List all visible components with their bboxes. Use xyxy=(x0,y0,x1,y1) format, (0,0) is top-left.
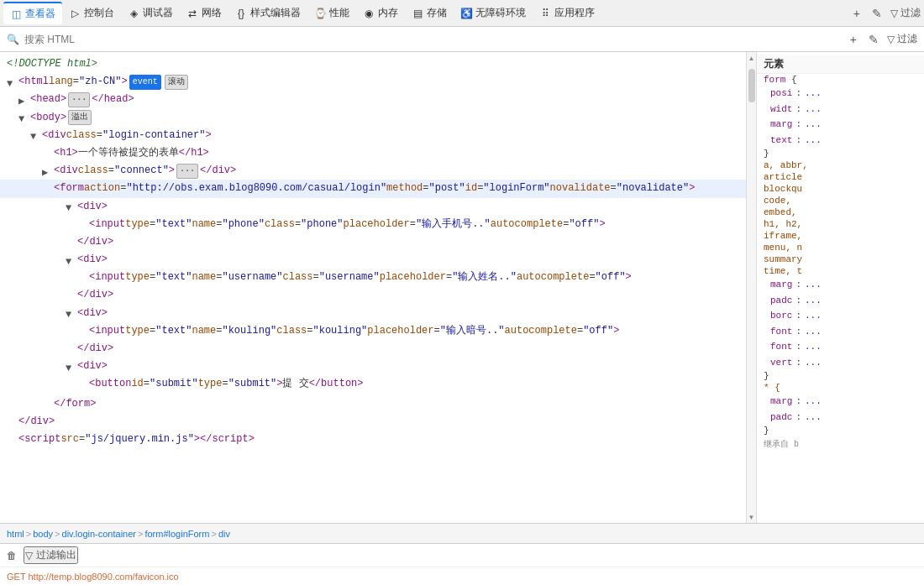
filter-html-button[interactable]: ▽ 过滤 xyxy=(887,32,917,46)
div3-expand-arrow[interactable]: ▼ xyxy=(66,307,77,319)
html-tag-open: <html xyxy=(18,74,49,90)
toolbar-console[interactable]: ▷ 控制台 xyxy=(62,3,121,24)
network-label: 网络 xyxy=(202,6,222,20)
css-selector-reset: a, abbr, xyxy=(757,159,924,171)
css-selector-menu: menu, n xyxy=(757,242,924,253)
html-panel-scrollbar[interactable]: ▲ ▼ xyxy=(746,52,756,523)
css-selector-blockqu: blockqu xyxy=(757,183,924,195)
html-line-div-login-close[interactable]: </div> xyxy=(0,413,746,431)
css-prop-borc: borc: ... xyxy=(757,308,924,324)
html-line-div-connect[interactable]: ▶ <div class="connect" > ··· </div> xyxy=(0,162,746,180)
overflow-badge[interactable]: 溢出 xyxy=(68,110,92,125)
toolbar-debugger[interactable]: ◈ 调试器 xyxy=(121,3,180,24)
delete-icon: 🗑 xyxy=(7,550,17,561)
console-icon: ▷ xyxy=(69,8,81,19)
add-node-button[interactable]: + xyxy=(847,31,860,48)
style-editor-icon: {} xyxy=(235,8,247,19)
html-line-h1[interactable]: <h1> 一个等待被提交的表单 </h1> xyxy=(0,144,746,162)
div4-expand-arrow[interactable]: ▼ xyxy=(66,361,77,373)
toolbar-network[interactable]: ⇄ 网络 xyxy=(180,3,228,24)
html-line-div1-close[interactable]: </div> xyxy=(0,233,746,251)
head-expand-arrow[interactable]: ▶ xyxy=(18,94,30,106)
pick-button[interactable]: ✎ xyxy=(865,31,882,48)
scroll-down-button[interactable]: ▼ xyxy=(748,511,756,523)
html-line-div2[interactable]: ▼ <div> xyxy=(0,251,746,269)
debugger-icon: ◈ xyxy=(128,8,139,19)
delete-button[interactable]: 🗑 xyxy=(7,550,17,561)
search-input[interactable] xyxy=(24,34,847,45)
html-line-form[interactable]: <form action="http://obs.exam.blog8090.c… xyxy=(0,180,746,197)
html-line-form-close[interactable]: </form> xyxy=(0,395,746,413)
head-close-tag: </head> xyxy=(92,91,134,107)
div2-expand-arrow[interactable]: ▼ xyxy=(66,254,77,266)
html-line-input-phone[interactable]: <input type="text" name="phone" class="p… xyxy=(0,216,746,233)
breadcrumb-form[interactable]: form#loginForm xyxy=(144,529,209,539)
filter-button[interactable]: ▽ 过滤 xyxy=(890,6,921,20)
search-bar-actions: + ✎ ▽ 过滤 xyxy=(847,31,917,48)
filter-icon: ▽ xyxy=(890,8,898,19)
css-prop-text1: text: ... xyxy=(757,133,924,149)
css-form-brace-open: form { xyxy=(757,74,924,86)
html-line-input-username[interactable]: <input type="text" name="username" class… xyxy=(0,269,746,286)
doctype-text: <!DOCTYPE html> xyxy=(7,56,97,72)
filter-output-button[interactable]: ▽ 过滤输出 xyxy=(24,546,78,564)
html-line-div1[interactable]: ▼ <div> xyxy=(0,198,746,216)
toolbar-app[interactable]: ⠿ 应用程序 xyxy=(533,3,601,24)
html-line-button-submit[interactable]: <button id="submit" type="submit" > 提 交 … xyxy=(0,375,746,393)
event-badge[interactable]: event xyxy=(129,75,161,90)
login-expand-arrow[interactable]: ▼ xyxy=(30,129,42,141)
toolbar-performance[interactable]: ⌚ 性能 xyxy=(307,3,356,24)
css-selector-star: * { xyxy=(757,382,924,394)
css-reset-brace-close: } xyxy=(757,370,924,382)
html-line-div3[interactable]: ▼ <div> xyxy=(0,305,746,322)
html-expand-arrow[interactable]: ▼ xyxy=(7,76,18,88)
status-bar: GET http://temp.blog8090.com/favicon.ico xyxy=(0,567,924,585)
toolbar-style-editor[interactable]: {} 样式编辑器 xyxy=(228,3,307,24)
html-line-div2-close[interactable]: </div> xyxy=(0,286,746,304)
breadcrumb-div[interactable]: div xyxy=(218,529,230,539)
h1-text: 一个等待被提交的表单 xyxy=(78,145,179,161)
html-line-html[interactable]: ▼ <html lang="zh-CN" > event 滚动 xyxy=(0,73,746,91)
html-line-head[interactable]: ▶ <head> ··· </head> xyxy=(0,91,746,108)
html-line-div4[interactable]: ▼ <div> xyxy=(0,358,746,375)
storage-icon: ▤ xyxy=(412,8,423,19)
html-line-script[interactable]: <script src="js/jquery.min.js" ></ scrip… xyxy=(0,431,746,448)
body-expand-arrow[interactable]: ▼ xyxy=(18,112,30,123)
html-line-div-login[interactable]: ▼ <div class="login-container" > xyxy=(0,127,746,144)
toolbar-a11y[interactable]: ♿ 无障碍环境 xyxy=(454,3,533,24)
css-selector-embed: embed, xyxy=(757,206,924,218)
filter-output-icon: ▽ xyxy=(25,550,33,561)
html-line-input-kouling[interactable]: <input type="text" name="kouling" class=… xyxy=(0,322,746,340)
storage-label: 存储 xyxy=(427,6,447,20)
scroll-badge[interactable]: 滚动 xyxy=(165,75,188,90)
add-panel-button[interactable]: + xyxy=(850,5,864,22)
html-line-doctype[interactable]: <!DOCTYPE html> xyxy=(0,55,746,73)
pick-element-button[interactable]: ✎ xyxy=(869,5,885,22)
css-prop-padc2: padc: ... xyxy=(757,410,924,426)
search-icon: 🔍 xyxy=(7,34,19,45)
connect-dots-badge[interactable]: ··· xyxy=(176,164,198,179)
body-tag: <body> xyxy=(30,110,66,126)
head-dots-badge[interactable]: ··· xyxy=(68,92,90,107)
css-panel-title: 元素 xyxy=(764,57,784,71)
toolbar-memory[interactable]: ◉ 内存 xyxy=(356,3,405,24)
app-label: 应用程序 xyxy=(554,6,595,20)
css-inherited-label: 继承自 b xyxy=(757,436,924,452)
breadcrumb-div-login[interactable]: div.login-container xyxy=(62,529,136,539)
toolbar-storage[interactable]: ▤ 存储 xyxy=(405,3,454,24)
connect-expand-arrow[interactable]: ▶ xyxy=(42,165,54,177)
toolbar-inspector[interactable]: ◫ 查看器 xyxy=(3,2,62,24)
css-selector-code: code, xyxy=(757,195,924,206)
html-line-div3-close[interactable]: </div> xyxy=(0,340,746,358)
breadcrumb-html[interactable]: html xyxy=(7,529,24,539)
html-line-body[interactable]: ▼ <body> 溢出 xyxy=(0,109,746,127)
html-panel[interactable]: <!DOCTYPE html> ▼ <html lang="zh-CN" > e… xyxy=(0,52,746,523)
performance-icon: ⌚ xyxy=(314,8,326,19)
style-editor-label: 样式编辑器 xyxy=(250,6,301,20)
memory-icon: ◉ xyxy=(363,8,375,19)
css-selector-article: article xyxy=(757,171,924,183)
scroll-up-button[interactable]: ▲ xyxy=(748,52,756,64)
scroll-thumb[interactable] xyxy=(748,69,755,102)
div1-expand-arrow[interactable]: ▼ xyxy=(66,201,77,212)
breadcrumb-body[interactable]: body xyxy=(33,529,53,539)
